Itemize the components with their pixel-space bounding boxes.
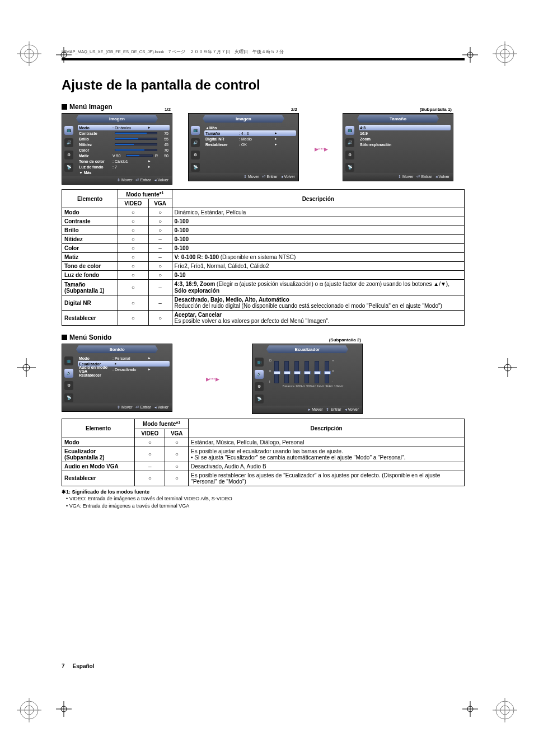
osd-sound: Sonido 📺 🔊 ⚙ 📡 Modo: Personal▸Ecualizado…	[62, 344, 172, 412]
sound-table: Elemento Modo fuente*1 Descripción VIDEO…	[62, 419, 465, 486]
osd-row: Modo: Dinámico▸	[78, 125, 170, 130]
table-row: Restablecer○○Aceptar, CancelarEs posible…	[62, 311, 465, 326]
table-row: Digital NR○–Desactivado, Bajo, Medio, Al…	[62, 295, 465, 311]
osd-tab: Sonido	[76, 345, 158, 353]
table-row: Restablecer○○Es posible restablecer los …	[62, 471, 465, 486]
osd-row: Tono de color: Cálido1▸	[78, 158, 170, 164]
osd-size-sub: (Subpantalla 1) Tamaño 📺 🔊 ⚙ 📡 4:316:9Zo…	[343, 113, 453, 181]
eq-slider	[294, 361, 299, 383]
osd-footer: ⇕Mover ⏎Entrar ◂Volver	[189, 173, 298, 181]
osd-row: Sólo exploración	[359, 142, 451, 147]
sound-icon: 🔊	[64, 369, 73, 378]
osd-row: Color70	[78, 147, 170, 153]
osd-footer: ⇕Mover ⏎Entrar ◂Volver	[62, 403, 172, 411]
crop-mark-br	[462, 701, 478, 717]
table-row: Tamaño(Subpantalla 1)○–4:3, 16:9, Zoom (…	[62, 280, 465, 295]
section-sound-label: Menú Sonido	[62, 334, 465, 341]
reg-mark-bot-right	[493, 698, 517, 722]
osd-category-icons: 📺 🔊 ⚙ 📡	[255, 356, 266, 403]
osd-row: 4:3	[359, 125, 451, 130]
th-elemento: Elemento	[62, 190, 118, 208]
page-footer: 7Español	[62, 663, 94, 669]
osd-row: Audio en modo VGA: Desactivado▸	[78, 367, 170, 372]
setup-icon: ⚙	[64, 151, 73, 159]
eq-slider	[324, 361, 330, 383]
image-table: Elemento Modo fuente*1 Descripción VIDEO…	[62, 189, 465, 326]
input-icon: 📡	[64, 393, 73, 402]
reg-mark-bot-left	[17, 698, 41, 722]
picture-icon: 📺	[255, 358, 264, 367]
table-row: Matiz○–V: 0-100 R: 0-100 (Disponible en …	[62, 253, 465, 262]
sound-icon: 🔊	[191, 138, 200, 147]
osd-tab: Imagen	[76, 115, 158, 123]
eq-slider	[314, 361, 320, 383]
table-row: Ecualizador(Subpantalla 2)○○Es posible a…	[62, 447, 465, 462]
picture-icon: 📺	[64, 356, 73, 365]
osd-row: Luz de fondo: 7▸	[78, 164, 170, 170]
eq-slider	[304, 361, 310, 383]
picture-icon: 📺	[345, 126, 354, 135]
osd-image-1: 1/2 Imagen 📺 🔊 ⚙ 📡 Modo: Dinámico▸Contra…	[62, 113, 172, 185]
footnotes: ✱1: Significado de los modos fuente VIDE…	[62, 489, 465, 510]
page-frame: L8MAP_MAQ_US_XE_(GB_FE_ES_DE_CS_JP).book…	[62, 45, 465, 672]
th-vga: VGA	[148, 199, 172, 208]
osd-row: Modo: Personal▸	[78, 355, 170, 361]
crop-mark-tr	[462, 47, 478, 63]
osd-row: ▲Más	[204, 125, 296, 130]
table-row: Tono de color○○Frío2, Frío1, Normal, Cál…	[62, 262, 465, 271]
osd-tab: Tamaño	[357, 115, 439, 123]
osd-row: Brillo55	[78, 136, 170, 142]
osd-row: Nitidez45	[78, 142, 170, 147]
link-arrow-icon: ▸┄┄▸	[206, 374, 218, 383]
th-modo: Modo fuente*1	[135, 419, 189, 429]
setup-icon: ⚙	[191, 151, 200, 159]
reg-mark-mid-right	[498, 358, 517, 377]
table-row: Modo○○Dinámico, Estándar, Película	[62, 208, 465, 217]
osd-footer: ⇕Mover ⏎Entrar ◂Volver	[62, 176, 172, 184]
table-row: Luz de fondo○○0-10	[62, 271, 465, 280]
table-row: Nitidez○–0-100	[62, 235, 465, 244]
th-video: VIDEO	[118, 199, 149, 208]
picture-icon: 📺	[64, 126, 73, 135]
th-vga: VGA	[165, 429, 189, 438]
crop-mark-bl	[56, 701, 72, 717]
reg-mark-top-left	[17, 41, 41, 66]
input-icon: 📡	[345, 163, 354, 172]
input-icon: 📡	[191, 163, 200, 172]
reg-mark-mid-left	[17, 358, 36, 377]
eq-slider	[284, 361, 289, 383]
sound-icon: 🔊	[64, 138, 73, 147]
table-row: Modo○○Estándar, Música, Película, Diálog…	[62, 438, 465, 447]
osd-row: Digital NR: Medio▸	[204, 136, 296, 142]
osd-row: ▼ Más	[78, 170, 170, 175]
th-elemento: Elemento	[62, 419, 135, 438]
table-row: Audio en Modo VGA–○Desactivado, Audio A,…	[62, 462, 465, 471]
osd-row: Restablecer	[78, 372, 170, 378]
table-row: Contraste○○0-100	[62, 217, 465, 226]
th-desc: Descripción	[189, 419, 465, 438]
osd-tab: Imagen	[203, 115, 284, 123]
reg-mark-top-right	[493, 41, 517, 66]
osd-category-icons: 📺 🔊 ⚙ 📡	[345, 125, 357, 172]
osd-row: Zoom	[359, 136, 451, 142]
link-arrow-icon: ▸┄┄▸	[315, 144, 327, 153]
page-title: Ajuste de la pantalla de control	[62, 77, 465, 93]
osd-row: Restablecer: OK▸	[204, 142, 296, 147]
setup-icon: ⚙	[255, 382, 264, 391]
eq-band-labels: Balance 100Hz 300Hz 1kHz 3kHz 10kHz	[269, 384, 357, 388]
section-image-label: Menú Imagen	[62, 103, 465, 111]
book-header: L8MAP_MAQ_US_XE_(GB_FE_ES_DE_CS_JP).book…	[62, 49, 465, 55]
osd-row: MatizV 50R50	[78, 153, 170, 158]
osd-category-icons: 📺 🔊 ⚙ 📡	[191, 125, 202, 172]
setup-icon: ⚙	[64, 381, 73, 390]
osd-image-2: 2/2 Imagen 📺 🔊 ⚙ 📡 ▲MásTamaño: 4 : 3▸Dig…	[188, 113, 299, 181]
osd-equalizer: (Subpantalla 2) Ecualizador 📺 🔊 ⚙ 📡 D0I	[252, 344, 363, 414]
sound-icon: 🔊	[345, 138, 354, 147]
osd-row: Tamaño: 4 : 3▸	[204, 130, 296, 136]
table-row: Brillo○○0-100	[62, 226, 465, 235]
osd-category-icons: 📺 🔊 ⚙ 📡	[64, 355, 76, 402]
osd-category-icons: 📺 🔊 ⚙ 📡	[64, 125, 76, 175]
osd-row: Contraste75	[78, 130, 170, 136]
osd-tab: Ecualizador	[266, 345, 348, 353]
table-row: Color○–0-100	[62, 244, 465, 253]
